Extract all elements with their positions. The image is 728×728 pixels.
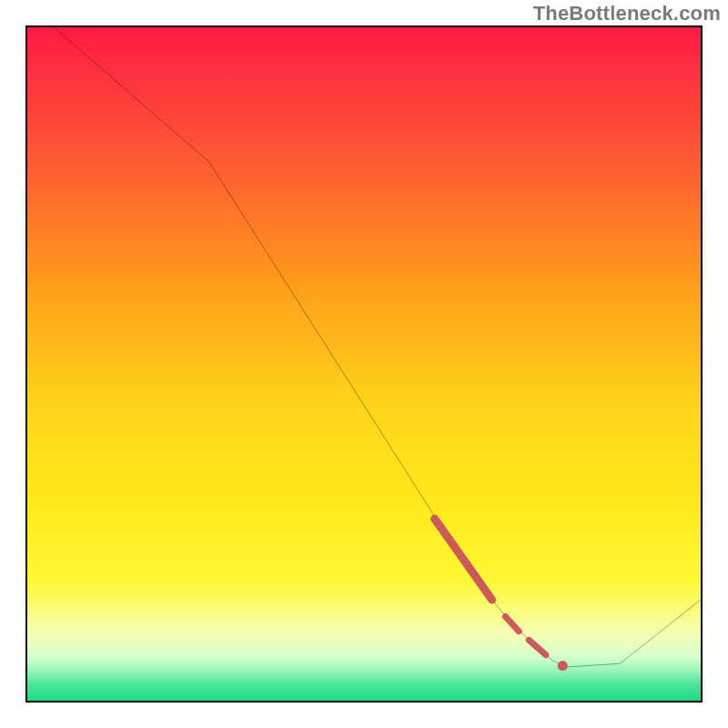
main-line bbox=[55, 27, 701, 667]
plot-area bbox=[25, 25, 703, 703]
chart-overlay bbox=[27, 27, 701, 701]
marker-segment bbox=[505, 617, 519, 632]
marker-group bbox=[435, 519, 568, 671]
marker-segment bbox=[529, 640, 546, 654]
marker-point bbox=[558, 661, 568, 671]
marker-segment bbox=[435, 519, 492, 600]
watermark-text: TheBottleneck.com bbox=[533, 2, 721, 25]
chart-frame: TheBottleneck.com bbox=[0, 0, 728, 728]
